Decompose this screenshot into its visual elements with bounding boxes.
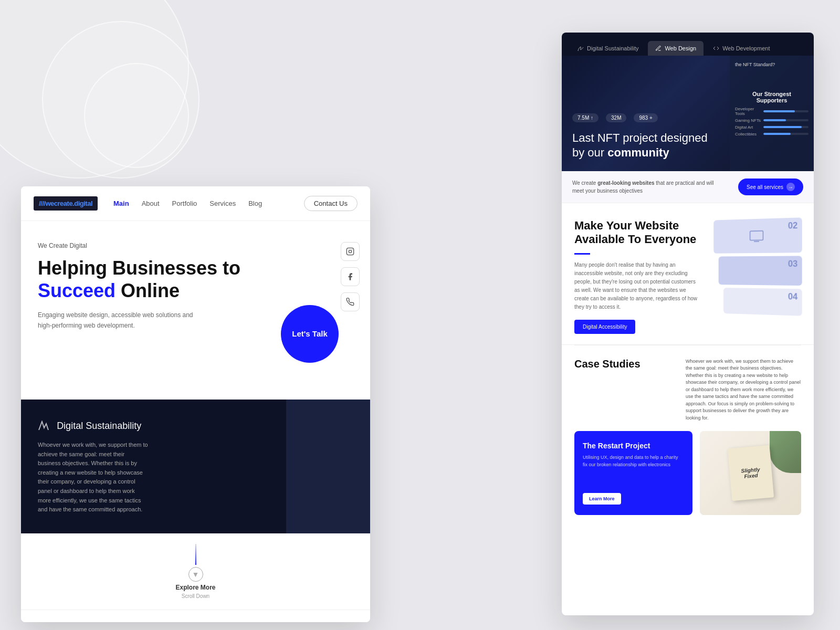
bar-label-1: Developer Tools: [735, 107, 761, 116]
scroll-label: Explore More: [175, 584, 215, 591]
card-icon-1: [749, 228, 764, 244]
hero-description: Engaging website design, accessible web …: [38, 310, 206, 330]
svg-point-2: [352, 249, 352, 250]
tab-web-development[interactable]: Web Development: [706, 41, 777, 56]
case-header: Case Studies Whoever we work with, we su…: [574, 358, 801, 422]
stat-32m: 32M: [606, 113, 626, 122]
bar-fill-1: [763, 110, 795, 112]
case-studies-description: Whoever we work with, we support them to…: [686, 358, 801, 422]
hero-tag: We Create Digital: [38, 242, 353, 249]
card-num-2: 02: [788, 221, 797, 231]
pen-icon: [655, 45, 662, 51]
contact-us-button[interactable]: Contact Us: [304, 196, 358, 211]
stat-983: 983 +: [634, 113, 657, 122]
hero-title-online: Online: [121, 280, 180, 301]
hero-title: Helping Businesses to Succeed Online: [38, 257, 353, 302]
nav-main[interactable]: Main: [113, 200, 129, 207]
case-card-restart: The Restart Project Utilising UX, design…: [574, 431, 692, 515]
bar-label-2: Gaming NFTs: [735, 118, 761, 123]
book-image: SlightlyFixed: [700, 431, 801, 515]
nft-bars: Developer Tools Gaming NFTs Digital Art: [735, 107, 808, 136]
bar-track-4: [763, 133, 808, 135]
nft-badge-text: the NFT Standard?: [735, 62, 808, 67]
bg-circle-medium: [42, 21, 200, 178]
tab-web-design[interactable]: Web Design: [648, 41, 704, 56]
scroll-section: ▼ Explore More Scroll Down: [21, 533, 370, 610]
nav-blog[interactable]: Blog: [248, 200, 262, 207]
bg-circle-large: [0, 0, 189, 178]
info-text-1: We create: [572, 180, 597, 186]
info-text: We create great-looking websites that ar…: [572, 179, 719, 195]
card-num-4: 04: [788, 292, 797, 302]
card-num-3: 03: [788, 259, 797, 269]
case-card-restart-content: The Restart Project Utilising UX, design…: [583, 442, 684, 475]
bar-track-2: [763, 119, 808, 121]
services-title: Our Services: [38, 621, 353, 622]
case-studies-section: Case Studies Whoever we work with, we su…: [562, 345, 814, 528]
mockup-card-2: 03: [719, 256, 802, 286]
right-card: Digital Sustainability Web Design Web De…: [562, 33, 814, 615]
scroll-down-icon[interactable]: ▼: [188, 567, 203, 582]
nft-title: Last NFT project designed by our communi…: [572, 131, 708, 161]
tab-webdesign-label: Web Design: [665, 45, 696, 51]
nav-services[interactable]: Services: [209, 200, 236, 207]
accessibility-section: Make Your Website Available To Everyone …: [562, 203, 814, 345]
dark-body-text: Whoever we work with, we support them to…: [38, 440, 148, 514]
logo-text: //wecreate.digital: [42, 200, 92, 207]
bar-row-4: Collectibles: [735, 132, 808, 136]
facebook-icon[interactable]: [341, 267, 360, 286]
bar-label-4: Collectibles: [735, 132, 761, 136]
nav-links: Main About Portfolio Services Blog: [113, 200, 304, 207]
bar-row-3: Digital Art: [735, 125, 808, 130]
learn-more-button[interactable]: Learn More: [583, 493, 621, 505]
digital-accessibility-button[interactable]: Digital Accessibility: [574, 320, 635, 334]
tab-sustainability-label: Digital Sustainability: [587, 45, 638, 51]
nft-title-line1: Last NFT project designed: [572, 131, 708, 144]
tab-digital-sustainability[interactable]: Digital Sustainability: [570, 41, 646, 56]
svg-rect-3: [750, 230, 763, 240]
cta-bubble[interactable]: Let's Talk: [281, 305, 339, 363]
code-icon: [713, 45, 719, 51]
svg-rect-0: [346, 248, 353, 255]
restart-title: The Restart Project: [583, 442, 684, 450]
bar-fill-2: [763, 119, 786, 121]
hero-title-part1: Helping: [38, 257, 112, 279]
svg-point-1: [349, 250, 351, 253]
mockup-card-1: 02: [713, 217, 802, 254]
tabs-bar: Digital Sustainability Web Design Web De…: [562, 33, 814, 56]
stat-pills: 7.5M ↑ 32M 983 +: [572, 113, 708, 122]
phone-icon[interactable]: [341, 292, 360, 311]
info-bar: We create great-looking websites that ar…: [562, 171, 814, 203]
case-cards: The Restart Project Utilising UX, design…: [574, 431, 801, 515]
stat-7m: 7.5M ↑: [572, 113, 598, 122]
case-card-slightly-fixed: SlightlyFixed: [700, 431, 801, 515]
nav-about[interactable]: About: [142, 200, 160, 207]
access-right: 02 03 04: [712, 219, 801, 334]
panel-title: Our StrongestSupporters: [752, 91, 791, 103]
bar-track-3: [763, 126, 808, 128]
nft-stats: 7.5M ↑ 32M 983 + Last NFT project design…: [572, 113, 708, 161]
bar-label-3: Digital Art: [735, 125, 761, 130]
nft-title-line2: by our community: [572, 146, 669, 159]
nav-portfolio[interactable]: Portfolio: [172, 200, 197, 207]
accessibility-description: Many people don't realise that by having…: [574, 261, 701, 311]
arrow-icon: →: [786, 183, 795, 191]
dark-separator: [286, 400, 370, 533]
logo[interactable]: ////wecreate.digital: [34, 196, 98, 211]
nft-badge-area: the NFT Standard?: [735, 62, 808, 69]
see-all-label: See all services: [747, 184, 783, 190]
dark-logo-text: Digital Sustainability: [57, 421, 141, 431]
hero-title-blue: Succeed: [38, 280, 116, 301]
mockup-card-3: 04: [723, 288, 802, 316]
hero-section: We Create Digital Helping Businesses to …: [21, 221, 370, 400]
tab-webdev-label: Web Development: [722, 45, 770, 51]
scroll-line: [195, 544, 196, 565]
nft-panel: the NFT Standard? Our StrongestSupporter…: [730, 56, 814, 171]
mockup-cards: 02 03 04: [713, 217, 802, 316]
book-cover: SlightlyFixed: [727, 445, 773, 501]
see-all-services-button[interactable]: See all services →: [738, 178, 803, 195]
bg-circle-small: [84, 63, 189, 168]
instagram-icon[interactable]: [341, 242, 360, 261]
left-card: ////wecreate.digital Main About Portfoli…: [21, 186, 370, 622]
hero-title-bold: Businesses to: [112, 257, 240, 279]
